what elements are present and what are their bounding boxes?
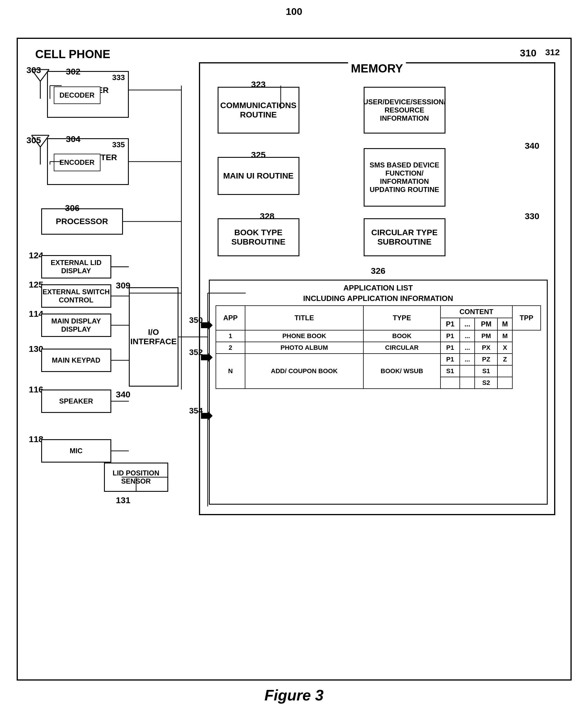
book-type-box: BOOK TYPE SUBROUTINE <box>217 218 299 256</box>
lid-position-box: LID POSITION SENSOR <box>104 463 168 492</box>
app-list-box: 326 APPLICATION LIST INCLUDING APPLICATI… <box>209 280 548 505</box>
ref-340-io: 340 <box>116 389 130 400</box>
col-p1: P1 <box>440 318 460 330</box>
row1-type: BOOK <box>363 330 440 342</box>
processor-label: PROCESSOR <box>56 217 108 226</box>
col-app: APP <box>216 306 245 330</box>
circular-type-box: CIRCULAR TYPE SUBROUTINE <box>364 218 445 256</box>
lid-position-label: LID POSITION SENSOR <box>105 469 167 485</box>
ref-326: 326 <box>371 266 385 276</box>
rown-app: N <box>216 353 245 389</box>
row1-app: 1 <box>216 330 245 342</box>
app-table-wrapper: APP TITLE TYPE CONTENT TPP P1 ... PM M <box>210 305 547 389</box>
rown-s2: S2 <box>475 377 498 389</box>
receiver-box: RECEIVER 333 DECODER <box>47 71 129 118</box>
io-interface-label: I/O INTERFACE <box>130 328 177 346</box>
row1-title: PHONE BOOK <box>245 330 363 342</box>
app-list-title: APPLICATION LIST <box>210 281 547 294</box>
rown-dots: ... <box>460 353 475 365</box>
ref-303: 303 <box>26 65 41 75</box>
ref-335: 335 <box>112 140 125 149</box>
col-pm: PM <box>475 318 498 330</box>
app-list-subtitle: INCLUDING APPLICATION INFORMATION <box>210 294 547 305</box>
main-keypad-box: MAIN KEYPAD <box>41 349 111 372</box>
main-display-box: MAIN DISPLAY DISPLAY <box>41 313 111 337</box>
ref-340-sms: 340 <box>525 141 539 151</box>
row2-type: CIRCULAR <box>363 342 440 353</box>
book-type-label: BOOK TYPE SUBROUTINE <box>218 228 298 247</box>
rown-tpp: Z <box>498 353 512 365</box>
ref-309: 309 <box>116 281 130 290</box>
circular-type-label: CIRCULAR TYPE SUBROUTINE <box>364 228 445 247</box>
col-title: TITLE <box>245 306 363 330</box>
row2-title: PHOTO ALBUM <box>245 342 363 353</box>
row2-app: 2 <box>216 342 245 353</box>
sms-based-box: SMS BASED DEVICE FUNCTION/ INFORMATION U… <box>364 148 445 207</box>
ext-lid-box: EXTERNAL LID DISPLAY <box>41 255 111 279</box>
main-ui-label: MAIN UI ROUTINE <box>223 171 294 181</box>
sms-based-label: SMS BASED DEVICE FUNCTION/ INFORMATION U… <box>364 161 445 194</box>
ext-switch-box: EXTERNAL SWITCH CONTROL <box>41 284 111 308</box>
mic-box: MIC <box>41 439 111 463</box>
page-container: 100 CELL PHONE 303 305 <box>9 6 579 704</box>
main-keypad-label: MAIN KEYPAD <box>52 356 100 364</box>
main-ui-box: MAIN UI ROUTINE <box>217 157 299 195</box>
ref-131: 131 <box>116 495 130 505</box>
speaker-label: SPEAKER <box>59 397 93 405</box>
row2-dots: ... <box>460 342 475 353</box>
row1-p1: P1 <box>440 330 460 342</box>
ref-312: 312 <box>545 47 560 57</box>
table-row: N ADD/ COUPON BOOK BOOK/ WSUB P1 ... PZ … <box>216 353 541 365</box>
mic-label: MIC <box>70 447 83 455</box>
col-m: M <box>498 318 512 330</box>
user-device-box: USER/DEVICE/SESSION/ RESOURCE INFORMATIO… <box>364 87 445 134</box>
app-table: APP TITLE TYPE CONTENT TPP P1 ... PM M <box>215 305 541 389</box>
ext-lid-label: EXTERNAL LID DISPLAY <box>42 259 110 275</box>
arrow-350 <box>201 321 213 331</box>
row2-tpp: X <box>498 342 512 353</box>
ref-305: 305 <box>26 135 41 145</box>
figure-title: Figure 3 <box>264 687 323 704</box>
ref-333: 333 <box>112 73 125 82</box>
ref-306: 306 <box>65 203 80 213</box>
ref-330: 330 <box>525 211 539 221</box>
table-row: 2 PHOTO ALBUM CIRCULAR P1 ... PX X <box>216 342 541 353</box>
svg-marker-10 <box>201 411 213 420</box>
row2-p1: P1 <box>440 342 460 353</box>
svg-marker-9 <box>201 353 213 362</box>
ext-switch-label: EXTERNAL SWITCH CONTROL <box>42 288 110 304</box>
col-content: CONTENT <box>440 306 513 318</box>
user-device-label: USER/DEVICE/SESSION/ RESOURCE INFORMATIO… <box>363 98 446 122</box>
main-diagram: CELL PHONE 303 305 RECEIVER <box>17 38 572 680</box>
col-type: TYPE <box>363 306 440 330</box>
arrow-354 <box>201 411 213 421</box>
rown-s1b: S1 <box>475 365 498 377</box>
processor-box: PROCESSOR <box>41 208 123 235</box>
rown-p1: P1 <box>440 353 460 365</box>
col-dots: ... <box>460 318 475 330</box>
main-display-label: MAIN DISPLAY DISPLAY <box>42 317 110 333</box>
io-interface-box: I/O INTERFACE <box>129 287 178 387</box>
decoder-box: DECODER <box>54 86 101 104</box>
comm-routine-label: COMMUNICATIONS ROUTINE <box>218 101 298 120</box>
row1-tpp: M <box>498 330 512 342</box>
comm-routine-box: COMMUNICATIONS ROUTINE <box>217 87 299 134</box>
table-row: 1 PHONE BOOK BOOK P1 ... PM M <box>216 330 541 342</box>
memory-label: MEMORY <box>348 62 406 75</box>
col-tpp: TPP <box>512 306 540 330</box>
speaker-box: SPEAKER <box>41 389 111 413</box>
rown-title: ADD/ COUPON BOOK <box>245 353 363 389</box>
rown-type: BOOK/ WSUB <box>363 353 440 389</box>
ref-302: 302 <box>66 67 81 77</box>
arrow-352 <box>201 353 213 363</box>
rown-pz: PZ <box>475 353 498 365</box>
encoder-box: ENCODER <box>54 154 101 171</box>
ref-100: 100 <box>286 6 302 17</box>
ref-304: 304 <box>66 134 81 144</box>
memory-box: MEMORY 310 312 323 COMMUNICATIONS ROUTIN… <box>199 62 555 515</box>
svg-marker-8 <box>201 321 213 330</box>
rown-s1a: S1 <box>440 365 460 377</box>
memory-number: 310 <box>520 47 537 59</box>
transmitter-box: TRANSMITTER 335 ENCODER <box>47 138 129 185</box>
row1-dots: ... <box>460 330 475 342</box>
